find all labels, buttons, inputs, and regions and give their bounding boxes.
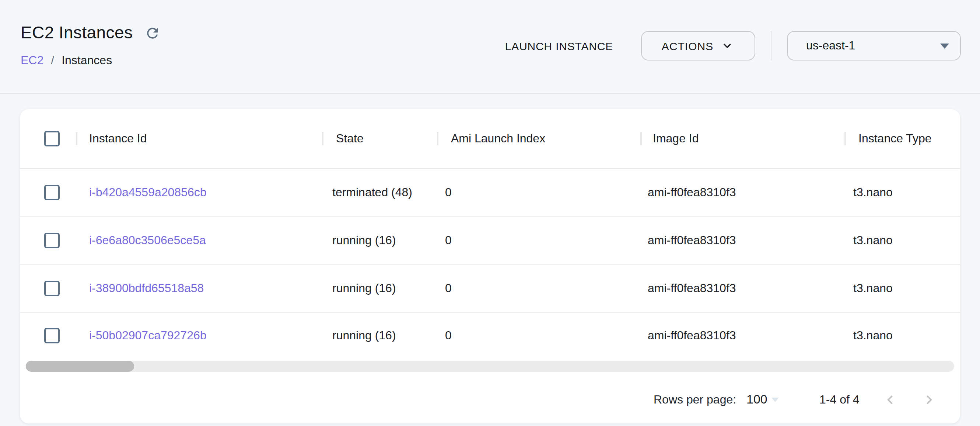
column-header-instance-id[interactable]: Instance Id	[89, 132, 147, 145]
table-header-row: Instance Id State Ami Launch Index Image…	[20, 109, 960, 169]
state-cell: running (16)	[332, 234, 396, 247]
refresh-icon	[145, 25, 161, 41]
instance-type-cell: t3.nano	[853, 282, 892, 295]
header-vertical-divider	[771, 31, 772, 61]
instances-card: Instance Id State Ami Launch Index Image…	[20, 109, 960, 423]
header-divider-line	[0, 93, 980, 94]
column-divider	[322, 132, 323, 145]
state-cell: running (16)	[332, 329, 396, 342]
breadcrumb: EC2 / Instances	[21, 54, 162, 67]
instance-type-cell: t3.nano	[853, 186, 892, 199]
horizontal-scrollbar[interactable]	[26, 361, 954, 372]
select-all-checkbox[interactable]	[44, 131, 60, 147]
ami-launch-index-cell: 0	[445, 186, 452, 199]
column-header-state[interactable]: State	[336, 132, 364, 145]
breadcrumb-link-ec2[interactable]: EC2	[21, 54, 43, 67]
ami-launch-index-cell: 0	[445, 282, 452, 295]
refresh-button[interactable]	[143, 23, 162, 42]
next-page-button[interactable]	[920, 391, 938, 408]
column-header-ami-launch-index[interactable]: Ami Launch Index	[451, 132, 545, 145]
instance-id-link[interactable]: i-50b02907ca792726b	[89, 329, 207, 342]
rows-per-page-select[interactable]: 100	[746, 392, 767, 407]
page-title: EC2 Instances	[21, 23, 133, 43]
page-header-actions: LAUNCH INSTANCE ACTIONS us-east-1	[505, 31, 961, 61]
image-id-cell: ami-ff0fea8310f3	[648, 329, 736, 342]
instance-id-link[interactable]: i-b420a4559a20856cb	[89, 186, 207, 199]
column-divider	[845, 132, 846, 145]
breadcrumb-current: Instances	[62, 54, 112, 67]
region-select[interactable]: us-east-1	[787, 31, 961, 61]
column-header-instance-type[interactable]: Instance Type	[858, 132, 932, 145]
actions-button-label: ACTIONS	[662, 40, 713, 52]
state-cell: running (16)	[332, 282, 396, 295]
column-header-image-id[interactable]: Image Id	[653, 132, 699, 145]
table-row: i-6e6a80c3506e5ce5a running (16) 0 ami-f…	[20, 217, 960, 265]
instance-type-cell: t3.nano	[853, 234, 892, 247]
region-select-value: us-east-1	[806, 39, 855, 53]
instance-type-cell: t3.nano	[853, 329, 892, 342]
table-row: i-38900bdfd65518a58 running (16) 0 ami-f…	[20, 265, 960, 313]
ami-launch-index-cell: 0	[445, 329, 452, 342]
table-row: i-50b02907ca792726b running (16) 0 ami-f…	[20, 313, 960, 359]
triangle-down-icon	[940, 43, 949, 48]
chevron-right-icon	[920, 391, 938, 408]
breadcrumb-separator: /	[51, 54, 54, 67]
rows-per-page-label: Rows per page:	[654, 393, 736, 407]
page-header-left: EC2 Instances EC2 / Instances	[21, 23, 162, 67]
row-checkbox[interactable]	[44, 233, 60, 248]
image-id-cell: ami-ff0fea8310f3	[648, 234, 736, 247]
row-checkbox[interactable]	[44, 281, 60, 296]
triangle-down-icon	[772, 397, 779, 402]
column-divider	[437, 132, 438, 145]
instance-id-link[interactable]: i-38900bdfd65518a58	[89, 282, 204, 295]
table-row: i-b420a4559a20856cb terminated (48) 0 am…	[20, 169, 960, 217]
ami-launch-index-cell: 0	[445, 234, 452, 247]
row-checkbox[interactable]	[44, 185, 60, 200]
pagination-range-label: 1-4 of 4	[819, 393, 859, 407]
ec2-instances-page: EC2 Instances EC2 / Instances LAUNCH INS…	[0, 0, 980, 426]
scrollbar-thumb[interactable]	[26, 361, 134, 372]
image-id-cell: ami-ff0fea8310f3	[648, 282, 736, 295]
row-checkbox[interactable]	[44, 328, 60, 343]
instance-id-link[interactable]: i-6e6a80c3506e5ce5a	[89, 234, 206, 247]
column-divider	[76, 132, 77, 145]
chevron-left-icon	[881, 391, 899, 408]
launch-instance-button[interactable]: LAUNCH INSTANCE	[505, 40, 613, 52]
state-cell: terminated (48)	[332, 186, 412, 199]
image-id-cell: ami-ff0fea8310f3	[648, 186, 736, 199]
pagination-bar: Rows per page: 100 1-4 of 4	[20, 381, 960, 419]
previous-page-button[interactable]	[881, 391, 899, 408]
actions-button[interactable]: ACTIONS	[641, 31, 755, 61]
chevron-down-icon	[720, 38, 735, 53]
column-divider	[640, 132, 642, 145]
